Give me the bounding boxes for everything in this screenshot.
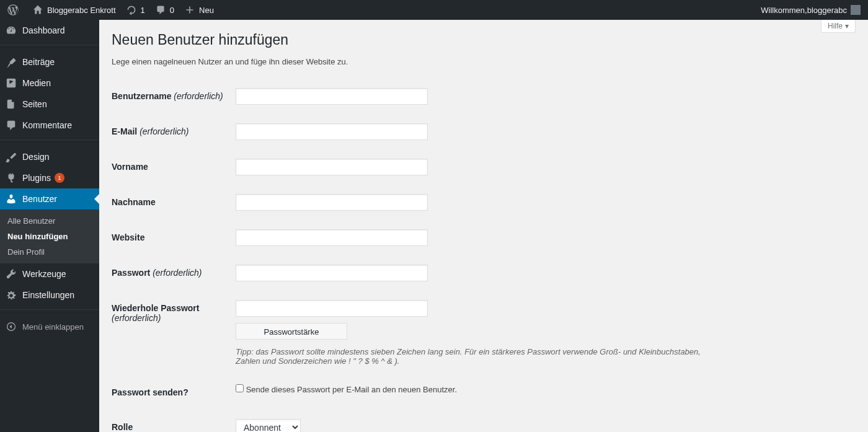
dashboard-icon [5, 24, 17, 37]
comment-icon [155, 4, 166, 15]
email-input[interactable] [236, 123, 428, 140]
new-content-link[interactable]: Neu [179, 0, 219, 20]
page-title: Neuen Benutzer hinzufügen [112, 26, 856, 51]
label-send-password: Passwort senden? [112, 387, 188, 397]
menu-comments-label: Kommentare [22, 120, 72, 130]
menu-tools-label: Werkzeuge [22, 269, 66, 279]
send-password-label[interactable]: Sende dieses Passwort per E-Mail an den … [236, 385, 457, 394]
plugins-badge: 1 [55, 173, 64, 183]
menu-plugins[interactable]: Plugins 1 [0, 167, 99, 188]
admin-bar: Bloggerabc Enkrott 1 0 Neu Willkommen, b… [0, 0, 868, 20]
menu-posts[interactable]: Beiträge [0, 51, 99, 73]
label-website: Website [112, 232, 144, 242]
lastname-input[interactable] [236, 194, 428, 211]
page-description: Lege einen nagelneuen Nutzer an und füge… [112, 57, 856, 66]
plugin-icon [5, 172, 17, 184]
comments-count: 0 [170, 6, 174, 15]
user-form: Benutzername (erforderlich) E-Mail (erfo… [112, 79, 856, 432]
updates-link[interactable]: 1 [121, 0, 150, 20]
users-submenu: Alle Benutzer Neu hinzufügen Dein Profil [0, 209, 99, 263]
user-icon [5, 193, 17, 205]
site-name-link[interactable]: Bloggerabc Enkrott [27, 0, 121, 20]
role-select[interactable]: Abonnent [236, 419, 301, 432]
required-note: (erforderlich) [153, 268, 202, 278]
help-tab-label: Hilfe [828, 22, 843, 30]
label-firstname: Vorname [112, 162, 148, 172]
menu-plugins-label: Plugins [22, 173, 51, 183]
plus-icon [184, 4, 195, 15]
menu-posts-label: Beiträge [22, 57, 55, 67]
wordpress-icon [7, 4, 19, 15]
menu-dashboard[interactable]: Dashboard [0, 20, 99, 41]
website-input[interactable] [236, 229, 428, 246]
my-account-link[interactable]: Willkommen, bloggerabc [756, 0, 866, 20]
required-note: (erforderlich) [140, 126, 188, 136]
label-lastname: Nachname [112, 197, 156, 207]
collapse-icon [5, 320, 17, 333]
comments-icon [5, 119, 17, 131]
menu-appearance[interactable]: Design [0, 146, 99, 167]
site-name-label: Bloggerabc Enkrott [47, 6, 116, 15]
required-note: (erforderlich) [174, 91, 223, 101]
username-input[interactable] [236, 88, 428, 105]
wrench-icon [5, 268, 17, 280]
collapse-menu-button[interactable]: Menü einklappen [0, 316, 99, 337]
home-icon [32, 4, 43, 15]
menu-settings[interactable]: Einstellungen [0, 284, 99, 306]
menu-users-label: Benutzer [22, 194, 57, 204]
help-tab-toggle[interactable]: Hilfe ▾ [821, 20, 856, 33]
label-password2: Wiederhole Passwort [112, 303, 199, 313]
menu-dashboard-label: Dashboard [22, 25, 65, 35]
firstname-input[interactable] [236, 159, 428, 175]
wp-logo-link[interactable] [2, 0, 27, 20]
password-strength-indicator: Passwortstärke [236, 323, 347, 340]
send-password-text: Sende dieses Passwort per E-Mail an den … [246, 385, 457, 394]
collapse-menu-label: Menü einklappen [22, 322, 84, 332]
submenu-add-user[interactable]: Neu hinzufügen [0, 229, 99, 244]
label-email: E-Mail [112, 126, 137, 136]
comments-link[interactable]: 0 [150, 0, 179, 20]
menu-users[interactable]: Benutzer [0, 188, 99, 209]
menu-pages[interactable]: Seiten [0, 94, 99, 115]
password-input[interactable] [236, 265, 428, 281]
page-icon [5, 98, 17, 110]
label-role: Rolle [112, 422, 133, 432]
new-content-label: Neu [199, 6, 214, 15]
menu-media-label: Medien [22, 78, 51, 88]
admin-sidebar: Dashboard Beiträge Medien Seiten Komment… [0, 20, 99, 432]
brush-icon [5, 151, 17, 163]
updates-count: 1 [141, 6, 145, 15]
media-icon [5, 77, 17, 89]
password-hint: Tipp: das Passwort sollte mindestens sie… [236, 347, 713, 366]
submenu-your-profile[interactable]: Dein Profil [0, 244, 99, 260]
menu-settings-label: Einstellungen [22, 290, 74, 300]
menu-comments[interactable]: Kommentare [0, 115, 99, 136]
password2-input[interactable] [236, 300, 428, 317]
menu-media[interactable]: Medien [0, 73, 99, 94]
welcome-prefix: Willkommen, [761, 6, 807, 15]
menu-pages-label: Seiten [22, 99, 47, 109]
content-area: Hilfe ▾ Neuen Benutzer hinzufügen Lege e… [99, 0, 868, 432]
welcome-user: bloggerabc [807, 6, 847, 15]
menu-appearance-label: Design [22, 152, 50, 162]
label-username: Benutzername [112, 91, 171, 101]
pin-icon [5, 56, 17, 68]
updates-icon [126, 4, 137, 15]
settings-icon [5, 289, 17, 301]
send-password-checkbox[interactable] [236, 384, 244, 392]
menu-tools[interactable]: Werkzeuge [0, 263, 99, 284]
label-password: Passwort [112, 268, 150, 278]
chevron-down-icon: ▾ [845, 22, 849, 30]
required-note: (erforderlich) [112, 313, 161, 323]
submenu-all-users[interactable]: Alle Benutzer [0, 213, 99, 229]
avatar-icon [851, 5, 861, 15]
